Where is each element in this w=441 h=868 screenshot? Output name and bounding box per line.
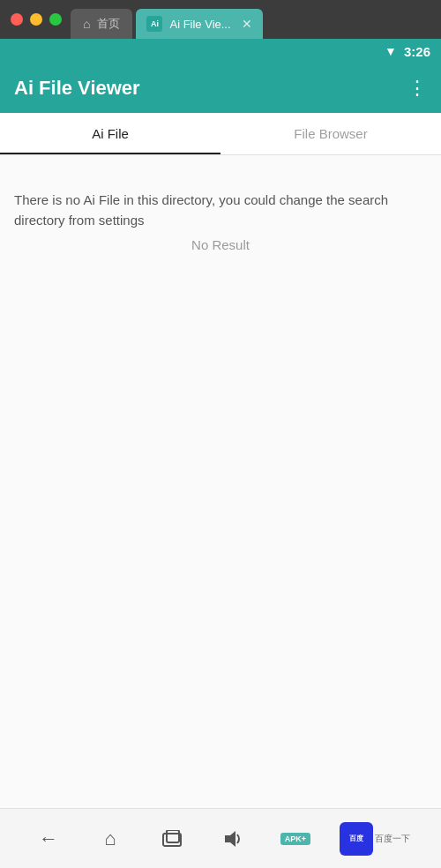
baidu-logo: 百度: [340, 822, 373, 856]
android-navbar: ← ⌂ APK+ 百度 百度一下: [0, 808, 441, 868]
tab-ai-file[interactable]: Ai File: [0, 112, 220, 154]
mac-tab-active-label: Ai File Vie...: [169, 18, 230, 31]
mac-tab-home-label: 首页: [97, 16, 120, 32]
svg-rect-1: [167, 830, 179, 842]
mac-tab-active[interactable]: Ai Ai File Vie... ✕: [136, 9, 262, 39]
empty-message: There is no Ai File in this directory, y…: [14, 191, 427, 230]
apk-badge-label: APK+: [280, 833, 310, 845]
tab-file-browser-label: File Browser: [294, 126, 367, 141]
mac-titlebar: ⌂ 首页 Ai Ai File Vie... ✕: [0, 0, 441, 39]
mac-window-controls: [11, 13, 62, 26]
ai-tab-icon: Ai: [146, 16, 162, 32]
baidu-watermark: 百度 百度一下: [340, 822, 410, 856]
volume-button[interactable]: [216, 821, 251, 857]
mac-tab-home[interactable]: ⌂ 首页: [71, 9, 132, 39]
svg-marker-2: [225, 831, 235, 847]
tab-ai-file-label: Ai File: [92, 126, 129, 141]
main-container: ▼ 3:26 Ai File Viewer ⋮ Ai File File Bro…: [0, 39, 441, 808]
apk-button[interactable]: APK+: [278, 821, 313, 857]
home-icon: ⌂: [83, 17, 90, 31]
tab-close-icon[interactable]: ✕: [242, 17, 252, 31]
content-wrapper: There is no Ai File in this directory, y…: [0, 155, 441, 808]
no-result-text: No Result: [14, 237, 427, 252]
baidu-text: 百度一下: [375, 834, 410, 844]
mac-maximize-button[interactable]: [49, 13, 62, 26]
wifi-icon: ▼: [385, 44, 397, 58]
recents-button[interactable]: [154, 821, 190, 857]
mac-close-button[interactable]: [11, 13, 23, 26]
app-header: Ai File Viewer ⋮: [0, 64, 441, 113]
back-button[interactable]: ←: [31, 821, 66, 857]
overflow-menu-button[interactable]: ⋮: [407, 79, 427, 98]
mac-tab-bar: ⌂ 首页 Ai Ai File Vie... ✕: [71, 0, 441, 39]
mac-minimize-button[interactable]: [30, 13, 42, 26]
app-title: Ai File Viewer: [14, 77, 140, 100]
status-time: 3:26: [404, 44, 430, 59]
home-button[interactable]: ⌂: [93, 821, 128, 857]
tab-file-browser[interactable]: File Browser: [220, 112, 441, 154]
status-bar: ▼ 3:26: [0, 39, 441, 64]
tab-navigation: Ai File File Browser: [0, 113, 441, 155]
content-area: There is no Ai File in this directory, y…: [0, 155, 441, 266]
